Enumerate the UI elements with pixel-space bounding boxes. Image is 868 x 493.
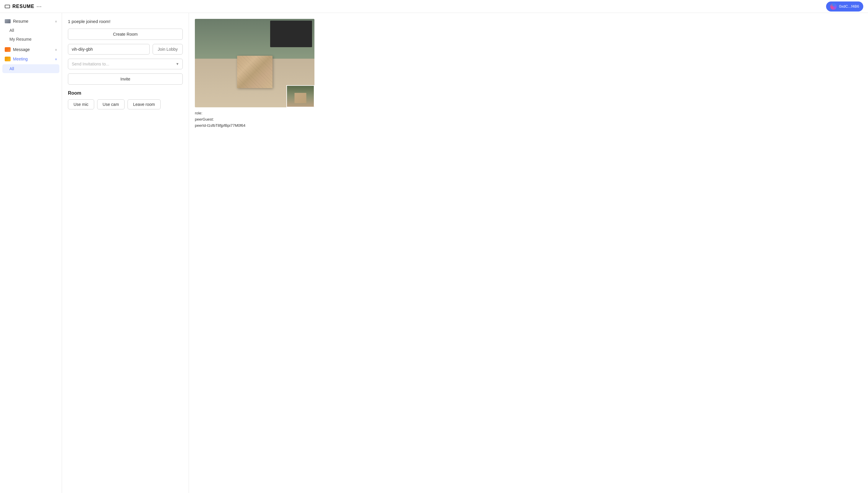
logo-subtitle: ▪▪▪	[37, 5, 42, 8]
room-section-title: Room	[68, 90, 183, 96]
right-panel: role: peerGuest: peerId-t1sfbT8fjpfBpi77…	[189, 13, 868, 493]
message-icon	[5, 47, 11, 52]
sidebar-item-my-resume-label: My Resume	[9, 37, 32, 42]
tile-texture	[237, 56, 272, 88]
role-label: role:	[195, 111, 202, 115]
logo-icon-box	[5, 5, 10, 8]
topbar: RESUME ▪▪▪ 0xdC...f4B6	[0, 0, 868, 13]
peer-guest-label: peerGuest:	[195, 116, 862, 123]
chevron-down-icon: ∨	[55, 48, 57, 51]
sidebar-item-all-meeting-label: All	[9, 66, 14, 71]
invite-select[interactable]: Send Invitations to...	[68, 59, 183, 69]
join-row: Join Lobby	[68, 44, 183, 55]
sidebar-resume-label: Resume	[13, 19, 28, 24]
peer-id-row: peerId-t1sfbT8fjpfBpi77M0f64	[195, 123, 862, 129]
document-icon	[5, 19, 11, 23]
sidebar-item-all-resume-label: All	[9, 28, 14, 33]
thumbnail-bg	[287, 86, 314, 107]
invite-select-wrapper: Send Invitations to... ▼	[68, 59, 183, 69]
status-text: 1 poeple joined room!	[68, 19, 183, 24]
use-cam-button[interactable]: Use cam	[97, 99, 125, 109]
invite-button[interactable]: Invite	[68, 73, 183, 85]
sidebar-item-all-meeting[interactable]: All	[2, 64, 59, 73]
room-controls: Use mic Use cam Leave room	[68, 99, 183, 109]
peer-role: role:	[195, 110, 862, 116]
sidebar-header-resume[interactable]: Resume ∧	[0, 17, 62, 26]
wallet-avatar	[830, 3, 837, 10]
use-mic-button[interactable]: Use mic	[68, 99, 94, 109]
sidebar-header-message[interactable]: Message ∨	[0, 45, 62, 54]
app-title: RESUME	[13, 4, 34, 9]
join-lobby-button[interactable]: Join Lobby	[153, 44, 183, 55]
tile-in-hand	[237, 56, 272, 88]
sidebar-section-meeting: Meeting ∧ All	[0, 54, 62, 75]
thumbnail-tile	[295, 93, 306, 103]
content-area: 1 poeple joined room! Create Room Join L…	[62, 13, 868, 493]
peer-info: role: peerGuest: peerId-t1sfbT8fjpfBpi77…	[195, 110, 862, 129]
chevron-up-icon-meeting: ∧	[55, 58, 57, 61]
sidebar-section-message: Message ∨	[0, 45, 62, 54]
sidebar-item-my-resume[interactable]: My Resume	[0, 35, 62, 44]
wallet-button[interactable]: 0xdC...f4B6	[826, 1, 863, 12]
sidebar-item-all-resume[interactable]: All	[0, 26, 62, 35]
meeting-icon	[5, 57, 11, 61]
sidebar-header-meeting[interactable]: Meeting ∧	[0, 54, 62, 64]
sidebar-meeting-items: All	[0, 64, 62, 75]
main-video	[195, 19, 315, 107]
peer-id-value: t1sfbT8fjpfBpi77M0f64	[207, 123, 245, 128]
app-logo: RESUME ▪▪▪	[5, 4, 42, 9]
sidebar-resume-items: All My Resume	[0, 26, 62, 45]
thumbnail-person	[292, 90, 308, 105]
left-panel: 1 poeple joined room! Create Room Join L…	[62, 13, 189, 493]
main-layout: Resume ∧ All My Resume Message ∨	[0, 13, 868, 493]
wallet-address: 0xdC...f4B6	[839, 4, 859, 8]
logo-icon	[5, 5, 10, 8]
chevron-up-icon: ∧	[55, 20, 57, 23]
thumbnail-video	[286, 85, 315, 107]
sidebar-message-label: Message	[13, 47, 30, 52]
sidebar-header-message-content: Message	[5, 47, 30, 52]
sidebar-section-resume: Resume ∧ All My Resume	[0, 17, 62, 45]
sidebar: Resume ∧ All My Resume Message ∨	[0, 13, 62, 493]
peer-guest-text: peerGuest:	[195, 117, 214, 122]
sidebar-header-resume-content: Resume	[5, 19, 28, 24]
leave-room-button[interactable]: Leave room	[127, 99, 161, 109]
peer-id-prefix: peerId-	[195, 123, 207, 128]
sidebar-meeting-label: Meeting	[13, 57, 28, 61]
sidebar-header-meeting-content: Meeting	[5, 57, 28, 61]
create-room-button[interactable]: Create Room	[68, 28, 183, 40]
room-code-input[interactable]	[68, 44, 150, 55]
